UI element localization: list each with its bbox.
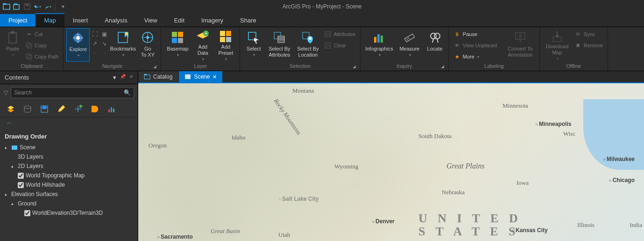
clear-button[interactable]: Clear bbox=[322, 40, 357, 51]
inquiry-launcher-icon[interactable]: ◢ bbox=[441, 64, 446, 70]
basemap-button[interactable]: Basemap▾ bbox=[164, 28, 191, 62]
list-drawing-order-icon[interactable] bbox=[7, 105, 15, 113]
undo-icon[interactable]: ▾ bbox=[34, 3, 41, 10]
select-by-attributes-button[interactable]: Select By Attributes bbox=[265, 28, 293, 62]
open-project-icon[interactable] bbox=[13, 3, 21, 10]
search-input[interactable]: Search 🔍 bbox=[11, 87, 134, 98]
label-montana: Montana bbox=[292, 87, 314, 95]
sync-icon: ⟳ bbox=[574, 30, 582, 38]
explore-button[interactable]: Explore▾ bbox=[66, 28, 90, 62]
label-utah: Utah bbox=[278, 231, 290, 239]
city-denver: Denver bbox=[372, 218, 395, 225]
pause-button[interactable]: ⏸Pause bbox=[452, 29, 503, 39]
zoom-full-icon[interactable]: ⛶ bbox=[91, 30, 99, 38]
attributes-button[interactable]: Attributes bbox=[322, 29, 357, 39]
add-data-button[interactable]: + Add Data▾ bbox=[192, 28, 213, 62]
list-charts-icon[interactable] bbox=[107, 105, 116, 113]
prev-extent-icon[interactable]: ← bbox=[91, 49, 99, 57]
terrain3d-checkbox[interactable] bbox=[24, 210, 30, 216]
ground-node[interactable]: ▴Ground bbox=[5, 199, 133, 208]
catalog-tab[interactable]: Catalog bbox=[138, 71, 178, 82]
3d-layers-node[interactable]: 3D Layers bbox=[5, 152, 133, 161]
select-icon bbox=[246, 30, 261, 45]
copy-button[interactable]: Copy bbox=[23, 40, 60, 51]
close-tab-icon[interactable]: ✕ bbox=[212, 74, 217, 80]
redo-icon[interactable]: ▾ bbox=[44, 3, 51, 10]
tab-edit[interactable]: Edit bbox=[166, 14, 193, 27]
label-wyoming: Wyoming bbox=[334, 163, 358, 170]
toc-toolbar bbox=[0, 101, 138, 117]
more-button[interactable]: ★More▾ bbox=[452, 51, 503, 62]
tab-insert[interactable]: Insert bbox=[64, 14, 97, 27]
list-selection-icon[interactable] bbox=[40, 105, 49, 113]
pane-dropdown-icon[interactable]: ▾ bbox=[113, 74, 116, 81]
2d-layers-node[interactable]: ▴2D Layers bbox=[5, 161, 133, 171]
elevation-surfaces-node[interactable]: ▴Elevation Surfaces bbox=[5, 190, 133, 199]
world-topo-node[interactable]: World Topographic Map bbox=[5, 171, 133, 180]
sync-button[interactable]: ⟳Sync bbox=[573, 29, 605, 39]
next-extent-icon[interactable]: → bbox=[100, 49, 108, 57]
remove-icon: ✖ bbox=[574, 42, 582, 49]
svg-rect-75 bbox=[113, 109, 114, 112]
list-editing-icon[interactable] bbox=[57, 105, 65, 113]
remove-button[interactable]: ✖Remove bbox=[573, 40, 605, 51]
zoom-in-icon[interactable]: ↗ bbox=[91, 39, 99, 48]
view-unplaced-button[interactable]: 👁View Unplaced bbox=[452, 40, 503, 51]
select-by-location-button[interactable]: Select By Location bbox=[294, 28, 321, 62]
download-map-button[interactable]: Download Map▾ bbox=[543, 28, 572, 62]
tab-map[interactable]: Map bbox=[35, 13, 64, 27]
pane-close-icon[interactable]: ✕ bbox=[129, 74, 133, 81]
group-selection: Select▾ Select By Attributes Select By L… bbox=[240, 27, 360, 71]
city-kansas-city: Kansas City bbox=[512, 227, 548, 234]
measure-button[interactable]: Measure▾ bbox=[396, 28, 423, 62]
zoom-out-icon[interactable]: ↘ bbox=[100, 39, 108, 48]
copy-path-button[interactable]: Copy Path bbox=[23, 51, 60, 62]
tab-project[interactable]: Project bbox=[0, 14, 35, 27]
search-icon[interactable]: 🔍 bbox=[124, 89, 131, 96]
select-button[interactable]: Select▾ bbox=[243, 28, 264, 62]
scene-node[interactable]: ▴Scene bbox=[5, 143, 133, 152]
selection-launcher-icon[interactable]: ◢ bbox=[353, 64, 358, 70]
svg-rect-27 bbox=[178, 38, 183, 43]
world-topo-checkbox[interactable] bbox=[18, 173, 24, 179]
go-to-xy-button[interactable]: Go To XY bbox=[137, 28, 158, 62]
paste-button[interactable]: Paste▾ bbox=[3, 28, 22, 62]
pane-pin-icon[interactable]: 📌 bbox=[120, 74, 126, 81]
toc-collapse-icon[interactable]: ︿ bbox=[0, 117, 138, 127]
svg-rect-78 bbox=[144, 74, 147, 75]
list-labeling-icon[interactable] bbox=[91, 105, 99, 113]
tab-imagery[interactable]: Imagery bbox=[193, 14, 232, 27]
group-layer: Basemap▾ + Add Data▾ Add Preset▾ Layer bbox=[161, 27, 240, 71]
group-label-selection: Selection bbox=[243, 63, 357, 70]
world-hillshade-node[interactable]: World Hillshade bbox=[5, 180, 133, 190]
infographics-button[interactable]: Infographics▾ bbox=[363, 28, 395, 62]
convert-annotation-button[interactable]: A Convert To Annotation bbox=[504, 28, 537, 62]
list-data-source-icon[interactable] bbox=[23, 105, 32, 113]
new-project-icon[interactable] bbox=[3, 3, 10, 10]
svg-rect-25 bbox=[178, 32, 183, 37]
zoom-sel-icon[interactable]: ▣ bbox=[100, 30, 108, 38]
customize-qat-icon[interactable]: ▾ bbox=[59, 3, 67, 10]
group-label-layer: Layer bbox=[164, 63, 237, 70]
locate-button[interactable]: Locate bbox=[424, 28, 446, 62]
svg-rect-43 bbox=[325, 31, 331, 37]
terrain3d-node[interactable]: WorldElevation3D/Terrain3D bbox=[5, 208, 133, 218]
convert-icon: A bbox=[513, 30, 528, 45]
add-preset-button[interactable]: Add Preset▾ bbox=[214, 28, 237, 62]
city-chicago: Chicago bbox=[609, 177, 635, 183]
navigate-launcher-icon[interactable]: ◢ bbox=[153, 64, 159, 70]
tab-analysis[interactable]: Analysis bbox=[96, 14, 135, 27]
cut-button[interactable]: ✂Cut bbox=[23, 29, 60, 39]
filter-icon[interactable]: ▽ bbox=[4, 89, 8, 96]
world-hillshade-checkbox[interactable] bbox=[18, 182, 24, 188]
tab-view[interactable]: View bbox=[136, 14, 166, 27]
bookmarks-button[interactable]: Bookmarks▾ bbox=[109, 28, 136, 62]
tab-share[interactable]: Share bbox=[232, 14, 265, 27]
save-icon[interactable] bbox=[23, 3, 31, 10]
map-canvas[interactable]: Montana Idaho Oregon Wyoming South Dakot… bbox=[138, 82, 644, 241]
list-snapping-icon[interactable] bbox=[74, 105, 82, 113]
label-illinois: Illinois bbox=[577, 221, 594, 229]
group-navigate: Explore▾ ⛶▣ ↗↘ ←→ Bookmarks▾ Go To XY Na… bbox=[64, 27, 161, 71]
scene-tab[interactable]: Scene✕ bbox=[179, 71, 222, 82]
contents-pane: Contents ▾ 📌 ✕ ▽ Search 🔍 ︿ Drawing bbox=[0, 71, 138, 241]
